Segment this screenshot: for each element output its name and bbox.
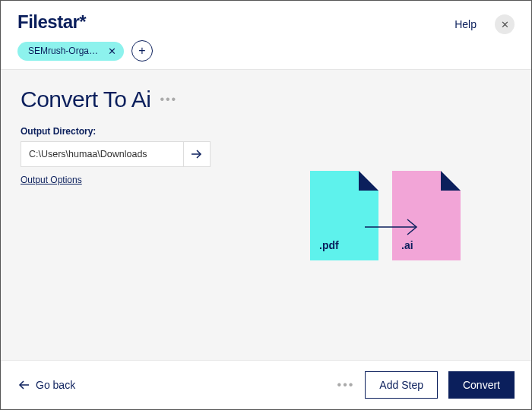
page-title: Convert To Ai — [21, 87, 150, 112]
arrow-right-icon — [363, 218, 424, 236]
footer: Go back ••• Add Step Convert — [1, 360, 531, 409]
arrow-left-icon — [17, 380, 30, 390]
file-chip[interactable]: SEMrush-Organic... ✕ — [17, 42, 124, 61]
conversion-diagram: .pdf .ai — [310, 171, 461, 260]
output-dir-browse-button[interactable] — [183, 141, 211, 167]
add-file-button[interactable]: + — [131, 40, 153, 62]
output-dir-label: Output Directory: — [21, 126, 511, 137]
convert-button[interactable]: Convert — [448, 371, 515, 399]
plus-icon: + — [138, 44, 145, 58]
header-left: Filestar* SEMrush-Organic... ✕ + — [17, 11, 153, 62]
add-step-button[interactable]: Add Step — [365, 371, 438, 399]
go-back-button[interactable]: Go back — [17, 379, 75, 391]
go-back-label: Go back — [36, 379, 75, 391]
target-ext: .ai — [401, 239, 413, 251]
header: Filestar* SEMrush-Organic... ✕ + Help ✕ — [1, 1, 531, 70]
source-ext: .pdf — [319, 239, 339, 251]
close-icon: ✕ — [501, 19, 509, 30]
help-link[interactable]: Help — [454, 18, 477, 30]
title-more-icon[interactable]: ••• — [160, 93, 177, 106]
file-chips: SEMrush-Organic... ✕ + — [17, 40, 153, 62]
footer-actions: ••• Add Step Convert — [337, 371, 515, 399]
app-logo: Filestar* — [17, 11, 153, 33]
output-dir-row — [21, 141, 211, 167]
header-right: Help ✕ — [454, 11, 515, 34]
output-dir-input[interactable] — [21, 141, 183, 167]
target-file-icon: .ai — [392, 171, 461, 260]
footer-more-icon[interactable]: ••• — [337, 378, 355, 392]
arrow-right-icon — [191, 149, 203, 159]
file-chip-label: SEMrush-Organic... — [28, 46, 102, 56]
app-window: Filestar* SEMrush-Organic... ✕ + Help ✕ … — [0, 0, 532, 410]
source-file-icon: .pdf — [310, 171, 378, 260]
remove-chip-icon[interactable]: ✕ — [108, 46, 116, 57]
close-button[interactable]: ✕ — [495, 14, 515, 34]
title-row: Convert To Ai ••• — [21, 87, 511, 112]
